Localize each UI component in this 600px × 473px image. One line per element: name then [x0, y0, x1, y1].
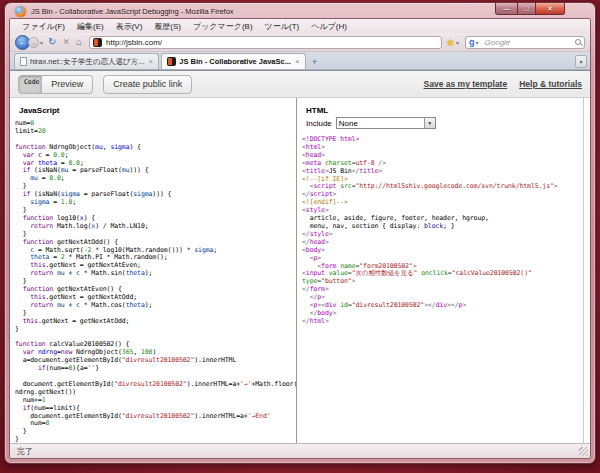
tab-close-icon[interactable]: × [149, 57, 154, 66]
jsbin-toolbar: Code Preview Create public link Save as … [10, 71, 590, 98]
history-dropdown-icon[interactable]: ▾ [40, 39, 43, 46]
browser-client-area: ファイル(F) 編集(E) 表示(V) 履歴(S) ブックマーク(B) ツール(… [9, 18, 591, 459]
tab-label: hirax.net::女子学生の恋人選び方... [30, 57, 145, 67]
new-tab-button[interactable]: + [308, 56, 322, 69]
menu-view[interactable]: 表示(V) [110, 21, 149, 32]
firefox-app-icon [15, 6, 26, 17]
search-engine-dropdown-icon[interactable]: ▾ [476, 39, 479, 46]
tab-close-icon[interactable]: × [295, 57, 300, 66]
create-public-link-button[interactable]: Create public link [103, 75, 192, 94]
url-bar[interactable]: http://jsbin.com/ [89, 36, 442, 49]
title-bar[interactable]: JS Bin - Collaborative JavaScript Debugg… [9, 3, 591, 18]
tab-list-dropdown-icon[interactable]: ▾ [575, 55, 587, 68]
tab-bar: hirax.net::女子学生の恋人選び方... × JS Bin - Coll… [10, 52, 590, 70]
resize-grip[interactable] [579, 447, 588, 456]
status-bar: 完了 [10, 443, 590, 458]
include-label: Include [306, 119, 332, 128]
google-icon: g [469, 38, 475, 47]
url-text[interactable]: http://jsbin.com/ [106, 38, 162, 47]
menu-edit[interactable]: 編集(E) [71, 21, 110, 32]
help-tutorials-link[interactable]: Help & tutorials [519, 79, 582, 89]
status-text: 完了 [17, 446, 33, 457]
refresh-icon[interactable]: ↻ [48, 37, 56, 47]
preview-button[interactable]: Preview [42, 75, 93, 94]
select-dropdown-icon[interactable]: ▼ [424, 118, 435, 128]
tab-label: JS Bin - Collaborative JavaSc... [179, 57, 291, 66]
include-select[interactable]: None ▼ [336, 117, 436, 129]
page-content: Code Preview Create public link Save as … [10, 70, 590, 443]
window-title: JS Bin - Collaborative JavaScript Debugg… [31, 7, 234, 16]
minimize-button[interactable]: — [495, 3, 518, 15]
menu-history[interactable]: 履歴(S) [148, 21, 187, 32]
tab-hirax[interactable]: hirax.net::女子学生の恋人選び方... × [14, 53, 159, 69]
close-button[interactable]: ✕ [535, 3, 565, 15]
view-toggle-group: Code Preview [18, 75, 93, 94]
menu-bookmarks[interactable]: ブックマーク(B) [187, 21, 259, 32]
javascript-editor[interactable]: num=0limit=20 function NdrngObject(mu, s… [10, 117, 296, 443]
home-icon[interactable]: ⌂ [76, 37, 82, 47]
jsbin-favicon [93, 38, 102, 47]
include-row: Include None ▼ [306, 117, 583, 129]
menu-bar: ファイル(F) 編集(E) 表示(V) 履歴(S) ブックマーク(B) ツール(… [10, 19, 590, 33]
tab-jsbin[interactable]: JS Bin - Collaborative JavaSc... × [161, 53, 305, 69]
window-controls: — □ ✕ [495, 3, 565, 15]
save-as-template-link[interactable]: Save as my template [424, 79, 508, 89]
navigation-toolbar: ← → ▾ ↻ ✕ ⌂ http://jsbin.com/ ★ ▾ g ▾ Go… [10, 33, 590, 52]
maximize-button[interactable]: □ [518, 3, 535, 15]
search-placeholder[interactable]: Google [485, 38, 575, 47]
menu-tools[interactable]: ツール(T) [259, 21, 306, 32]
page-icon [20, 57, 27, 66]
forward-button[interactable]: → [28, 37, 39, 48]
html-panel: HTML Include None ▼ <!DOCTYPE html><html… [297, 98, 584, 443]
search-box[interactable]: g ▾ Google [465, 36, 585, 49]
html-editor[interactable]: <!DOCTYPE html><html><head><meta charset… [297, 133, 583, 326]
javascript-panel-title: JavaScript [19, 106, 296, 115]
toolbar-links: Save as my template Help & tutorials [424, 79, 582, 89]
bookmark-dropdown-icon[interactable]: ▾ [456, 39, 459, 46]
stop-icon[interactable]: ✕ [62, 38, 70, 47]
include-selected-value: None [337, 119, 424, 128]
firefox-window: JS Bin - Collaborative JavaScript Debugg… [4, 2, 596, 464]
html-panel-title: HTML [306, 106, 583, 115]
javascript-panel: JavaScript num=0limit=20 function NdrngO… [10, 98, 297, 443]
search-icon[interactable] [575, 39, 581, 45]
jsbin-favicon [167, 57, 176, 66]
menu-file[interactable]: ファイル(F) [16, 21, 71, 32]
bookmark-star-icon[interactable]: ★ [446, 37, 455, 48]
editor-panels: JavaScript num=0limit=20 function NdrngO… [10, 98, 590, 443]
code-button[interactable]: Code [18, 75, 42, 94]
menu-help[interactable]: ヘルプ(H) [305, 21, 353, 32]
